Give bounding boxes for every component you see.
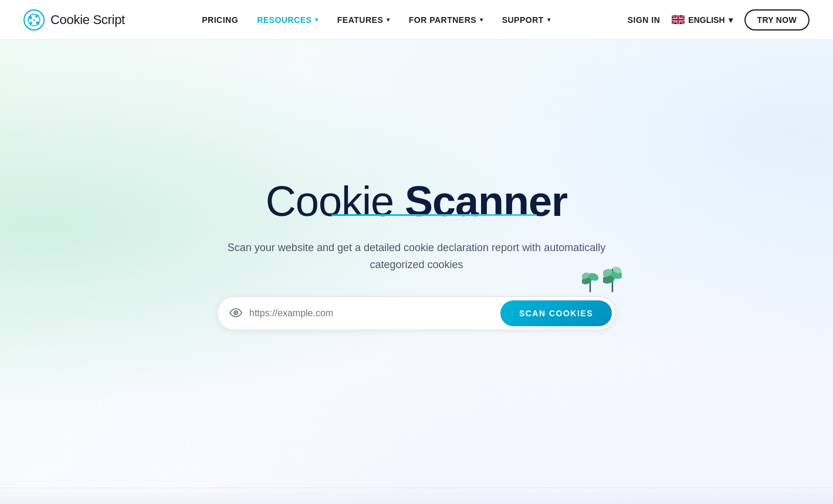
svg-point-4 [36,21,39,24]
plant-right-icon [603,264,622,292]
url-search-bar: SCAN COOKIES [217,296,616,330]
svg-point-18 [235,312,237,313]
hero-section: Cookie Scanner Scan your website and get… [0,40,833,504]
svg-point-2 [29,16,32,19]
plant-left-icon [582,268,598,292]
navbar: Cookie Script PRICING RESOURCES ▾ FEATUR… [0,0,833,40]
hero-title-block: Cookie Scanner [266,178,567,216]
chevron-down-icon: ▾ [480,16,483,23]
svg-point-3 [35,15,38,18]
chevron-down-icon: ▾ [387,16,390,23]
brand-logo[interactable]: Cookie Script [23,9,125,31]
plants-decoration [582,264,622,292]
url-input[interactable] [249,308,500,319]
page-title: Cookie Scanner [266,178,567,225]
nav-features[interactable]: FEATURES ▾ [337,15,390,25]
cookie-logo-icon [23,9,45,31]
language-selector[interactable]: ENGLISH ▾ [672,15,732,25]
eye-icon [229,307,242,320]
search-container: SCAN COOKIES [217,296,616,330]
hero-subtitle: Scan your website and get a detailed coo… [211,239,622,273]
svg-point-5 [30,22,32,24]
scan-cookies-button[interactable]: SCAN COOKIES [500,300,612,326]
title-bold-part: Scanner [405,178,567,225]
language-label: ENGLISH [688,15,724,25]
chevron-down-icon: ▾ [315,16,319,23]
main-nav: PRICING RESOURCES ▾ FEATURES ▾ FOR PARTN… [202,15,550,25]
nav-resources[interactable]: RESOURCES ▾ [257,15,319,25]
title-light-part: Cookie [266,178,405,225]
chevron-down-icon: ▾ [729,15,733,25]
brand-name: Cookie Script [50,12,125,28]
title-underline [331,214,537,216]
bottom-bar [0,488,833,504]
svg-point-6 [33,19,35,21]
navbar-right: SIGN IN ENGLISH ▾ TRY NOW [628,9,810,31]
uk-flag-icon [672,15,685,24]
nav-support[interactable]: SUPPORT ▾ [502,15,551,25]
hero-content: Cookie Scanner Scan your website and get… [211,178,622,331]
nav-for-partners[interactable]: FOR PARTNERS ▾ [409,15,483,25]
sign-in-button[interactable]: SIGN IN [628,15,661,25]
chevron-down-icon: ▾ [547,16,551,23]
try-now-button[interactable]: TRY NOW [744,9,810,31]
nav-pricing[interactable]: PRICING [202,15,238,25]
